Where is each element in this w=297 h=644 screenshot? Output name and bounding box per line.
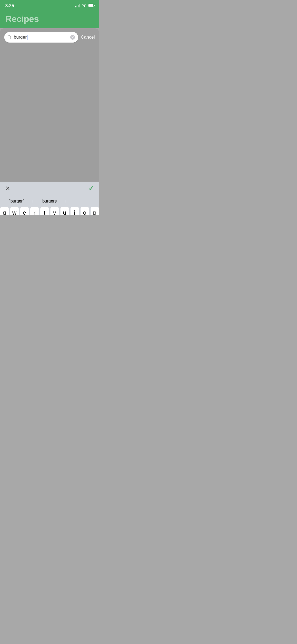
keyboard: ✕ ✓ “burger” burgers q w e r t y u i o p… — [0, 182, 99, 215]
app-header: Recipes — [0, 12, 99, 28]
key-e[interactable]: e — [20, 207, 29, 215]
key-r[interactable]: r — [30, 207, 39, 215]
search-input-value[interactable]: burger — [14, 35, 70, 40]
text-cursor — [27, 35, 27, 40]
status-time: 3:25 — [5, 3, 14, 8]
svg-rect-2 — [88, 4, 93, 7]
search-area: burger Cancel — [0, 28, 99, 113]
svg-line-4 — [10, 38, 11, 39]
dismiss-x-button[interactable]: ✕ — [5, 185, 10, 192]
search-glass-icon — [7, 35, 12, 39]
key-u[interactable]: u — [60, 207, 69, 215]
battery-icon — [88, 3, 95, 8]
suggestion-item-1[interactable]: burgers — [33, 199, 66, 204]
page-title: Recipes — [5, 14, 94, 24]
clear-button[interactable] — [70, 35, 75, 40]
search-input-container[interactable]: burger — [4, 32, 78, 43]
dismiss-check-button[interactable]: ✓ — [88, 185, 94, 192]
key-o[interactable]: o — [81, 207, 89, 215]
search-row: burger Cancel — [4, 32, 95, 43]
key-i[interactable]: i — [70, 207, 79, 215]
keyboard-dismiss-bar: ✕ ✓ — [0, 182, 99, 195]
keyboard-keys: q w e r t y u i o p a s d f g h j k l — [0, 207, 99, 215]
suggestion-item-0[interactable]: “burger” — [0, 199, 33, 204]
signal-icon — [75, 4, 80, 7]
svg-rect-1 — [94, 5, 95, 6]
search-text: burger — [14, 35, 27, 40]
cancel-button[interactable]: Cancel — [81, 34, 95, 41]
status-bar: 3:25 — [0, 0, 99, 12]
wifi-icon — [82, 3, 86, 8]
content-area — [0, 113, 99, 182]
status-icons — [75, 3, 95, 8]
key-row-1: q w e r t y u i o p — [1, 207, 98, 215]
suggestions-bar: “burger” burgers — [0, 195, 99, 207]
key-w[interactable]: w — [10, 207, 19, 215]
key-p[interactable]: p — [91, 207, 99, 215]
key-q[interactable]: q — [0, 207, 9, 215]
key-y[interactable]: y — [50, 207, 59, 215]
key-t[interactable]: t — [40, 207, 49, 215]
